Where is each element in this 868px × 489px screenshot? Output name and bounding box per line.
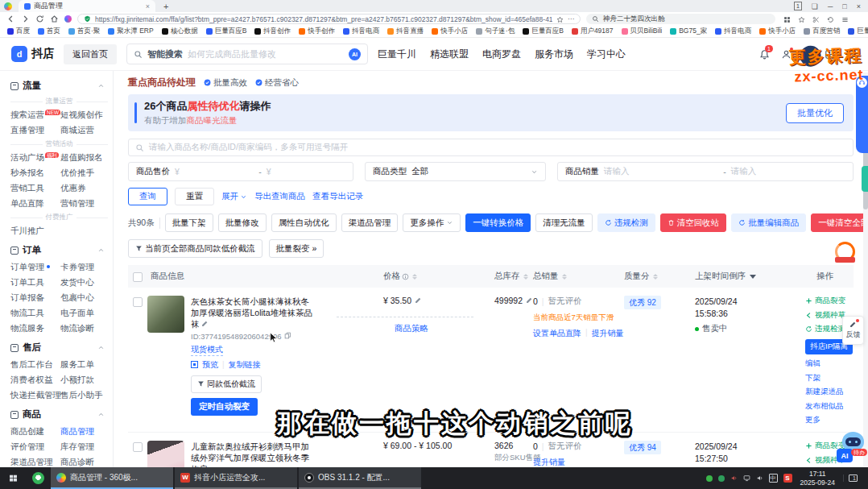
pinned-app-icon[interactable]: [26, 467, 50, 489]
sidebar-item-直播管理[interactable]: 直播管理: [10, 122, 60, 138]
op-link-发布相似品[interactable]: 发布相似品: [805, 401, 844, 412]
op-link-下架[interactable]: 下架: [805, 373, 820, 383]
bookmark-item[interactable]: 抖音电商: [715, 27, 751, 36]
bookmark-item[interactable]: 快手创作: [299, 27, 335, 36]
sidebar-item-订单报备[interactable]: 订单报备: [10, 290, 60, 305]
sidebar-item-售后工作台[interactable]: 售后工作台: [10, 357, 60, 372]
stock-mode-label[interactable]: 现货模式: [191, 344, 223, 356]
bookmark-item[interactable]: 快手小店: [759, 27, 796, 36]
bookmark-item[interactable]: 抖音直播: [387, 27, 424, 36]
window-profile-badge[interactable]: 1: [794, 2, 802, 10]
row-checkbox[interactable]: [133, 297, 143, 307]
copy-id-icon[interactable]: [284, 332, 291, 341]
set-price-drop-link[interactable]: 设置单品直降: [533, 328, 581, 339]
product-image[interactable]: [147, 296, 184, 333]
batch-button-渠道品管理[interactable]: 渠道品管理: [341, 213, 399, 232]
sidebar-item-千川推广[interactable]: 千川推广: [10, 223, 60, 238]
header-nav-item[interactable]: 巨量千川: [378, 48, 416, 61]
boost-sales-link[interactable]: 提升销量: [533, 457, 565, 467]
url-more-icon[interactable]: ⋯: [568, 15, 574, 23]
sidebar-item-短视频创作[interactable]: 短视频创作: [60, 107, 108, 122]
tray-icon-green[interactable]: [706, 475, 713, 482]
start-button[interactable]: [0, 467, 26, 489]
taskbar-task[interactable]: OBS 31.1.2 - 配置...: [299, 467, 421, 489]
sidebar-item-发货中心[interactable]: 发货中心: [60, 275, 108, 290]
sidebar-item-搜索运营[interactable]: 搜索运营NEW: [10, 107, 60, 122]
query-button[interactable]: 查询: [128, 188, 167, 205]
browser-menu-icon[interactable]: [841, 12, 849, 27]
back-home-button[interactable]: 返回首页: [64, 44, 117, 64]
window-maximize-button[interactable]: □: [842, 2, 846, 10]
sidebar-section-售后[interactable]: 售后: [10, 337, 108, 357]
preview-link[interactable]: 预览: [202, 359, 218, 371]
copy-link[interactable]: 复制链接: [229, 359, 261, 371]
bookmark-item[interactable]: 首页·聚: [68, 27, 100, 36]
bookmark-item[interactable]: BG75_家: [670, 27, 707, 36]
window-close-button[interactable]: ×: [857, 2, 861, 10]
tray-speaker-muted-icon[interactable]: [730, 474, 738, 482]
sales-range-filter[interactable]: 商品销量 请输入 - 请输入: [557, 162, 854, 181]
product-title[interactable]: 灰色抹茶女长筒小腿袜薄袜秋冬加厚保暖洛丽塔Lolita堆堆袜茶品袜: [191, 296, 313, 330]
action-button-违规检测[interactable]: 违规检测: [597, 213, 655, 232]
op-link-编辑[interactable]: 编辑: [805, 358, 820, 369]
export-products-link[interactable]: 导出查询商品: [254, 191, 305, 202]
product-title[interactable]: 儿童新款奥拉绒开衫刺绣马甲加绒外穿洋气加厚保暖立领秋冬季坎肩: [191, 441, 313, 467]
window-layout-icon[interactable]: ❏: [812, 2, 818, 10]
url-box[interactable]: https://fxg.jinritemai.com/ffa/g/list?bt…: [77, 14, 581, 24]
sidebar-item-包裹中心[interactable]: 包裹中心: [60, 290, 108, 305]
sidebar-item-营销管理[interactable]: 营销管理: [60, 196, 108, 211]
qr-code-icon[interactable]: [191, 361, 198, 368]
sidebar-item-商品管理[interactable]: 商品管理: [60, 424, 108, 439]
security-shield-icon[interactable]: [84, 15, 91, 23]
browser-search-box[interactable]: 神舟二十第四次出舱: [586, 14, 775, 24]
sidebar-item-小额打款[interactable]: 小额打款: [60, 372, 108, 387]
account-icon[interactable]: [781, 49, 792, 60]
sogou-icon[interactable]: S: [783, 474, 792, 483]
monitor-icon[interactable]: [846, 49, 857, 60]
doudian-logo[interactable]: d 抖店: [11, 46, 54, 62]
col-price[interactable]: 价格: [383, 271, 417, 282]
bookmark-item[interactable]: 巨量百应B: [523, 27, 564, 36]
product-type-select[interactable]: 商品类型 全部: [365, 162, 546, 181]
col-stock[interactable]: 总库存: [494, 271, 528, 282]
action-button-一键清空全部素材[interactable]: 一键清空全部素材: [811, 213, 868, 232]
ai-icon[interactable]: AI: [349, 48, 361, 60]
sidebar-item-服务工单[interactable]: 服务工单: [60, 357, 108, 372]
product-image[interactable]: [147, 441, 184, 467]
bookmark-item[interactable]: 核心数据: [162, 27, 198, 36]
workbench-plus-icon[interactable]: [825, 49, 835, 60]
op-violation-check-link[interactable]: 违规检测: [805, 324, 845, 334]
op-fission-link[interactable]: 商品裂变: [805, 296, 845, 306]
bookmark-item[interactable]: 巨量引擎: [848, 27, 868, 36]
tray-monitor-icon[interactable]: [743, 474, 750, 482]
sidebar-item-单品直降[interactable]: 单品直降: [10, 196, 60, 211]
customer-service-tab[interactable]: [856, 76, 868, 153]
sidebar-item-评价管理[interactable]: 评价管理: [10, 439, 60, 454]
product-strategy-link[interactable]: 商品策略: [395, 323, 428, 333]
sidebar-item-售后小助手[interactable]: 售后小助手: [60, 387, 108, 403]
edit-price-icon[interactable]: [415, 296, 422, 305]
bookmark-item[interactable]: 用户49187: [572, 27, 614, 36]
sidebar-item-渠道品管理[interactable]: 渠道品管理: [10, 454, 60, 467]
tray-volume-icon[interactable]: [756, 474, 763, 482]
sidebar-item-优价推手[interactable]: 优价推手: [60, 165, 108, 180]
reload-icon[interactable]: [35, 15, 44, 23]
product-search-input[interactable]: 请输入商品名称/商品ID/商家编码，多条可用逗号隔开: [128, 139, 854, 156]
expand-link[interactable]: 展开: [221, 191, 247, 202]
side-widget-tab[interactable]: [862, 166, 868, 192]
bookmark-item[interactable]: 抖音电商: [343, 27, 379, 36]
history-undo-icon[interactable]: [827, 12, 834, 27]
feedback-button[interactable]: 反馈: [842, 316, 864, 345]
sidebar-item-营销工具[interactable]: 营销工具: [10, 180, 60, 196]
back-icon[interactable]: [6, 15, 15, 23]
apps-grid-icon[interactable]: [783, 12, 791, 27]
promo-logo[interactable]: [835, 242, 855, 262]
bell-icon[interactable]: 1: [759, 49, 770, 60]
bookmark-item[interactable]: 巨量百应B: [206, 27, 247, 36]
batch-button-属性自动优化[interactable]: 属性自动优化: [271, 213, 337, 232]
sidebar-item-卡券管理[interactable]: 卡券管理: [60, 259, 108, 275]
bookmark-item[interactable]: 贝贝BiliBili: [622, 27, 663, 36]
extension-icon[interactable]: [64, 15, 72, 23]
sidebar-item-快递拦截管理[interactable]: 快递拦截管理: [10, 387, 60, 403]
reset-button[interactable]: 重置: [175, 188, 214, 205]
